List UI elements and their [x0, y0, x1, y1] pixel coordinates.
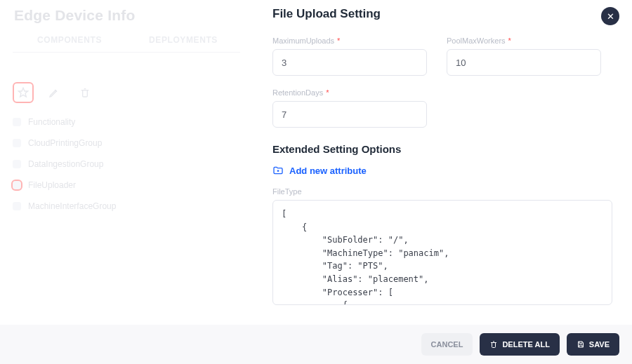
edit-icon-box[interactable]: [44, 82, 65, 103]
delete-all-button[interactable]: DELETE ALL: [480, 333, 559, 356]
button-label: SAVE: [589, 340, 610, 349]
checkbox-icon[interactable]: [13, 202, 21, 210]
add-attribute-label: Add new attribute: [289, 166, 367, 176]
list-item[interactable]: DataIngestionGroup: [13, 154, 240, 175]
save-icon: [577, 340, 585, 349]
list-item[interactable]: CloudPrintingGroup: [13, 133, 240, 154]
extended-options-heading: Extended Setting Options: [272, 143, 612, 155]
form: MaximumUploads* PoolMaxWorkers* Retentio…: [272, 36, 612, 128]
list-item-label: FileUploader: [28, 180, 76, 190]
left-panel: Edge Device Info COMPONENTS DEPLOYMENTS …: [0, 0, 253, 364]
label-text: RetentionDays: [272, 88, 323, 97]
field-maximum-uploads: MaximumUploads*: [272, 36, 427, 76]
required-icon: *: [508, 36, 511, 45]
list-item-label: DataIngestionGroup: [28, 159, 103, 169]
button-label: DELETE ALL: [502, 340, 549, 349]
pool-max-workers-input[interactable]: [447, 49, 601, 76]
checkbox-icon[interactable]: [13, 181, 21, 189]
delete-icon-box[interactable]: [74, 82, 96, 103]
checkbox-icon[interactable]: [13, 139, 21, 147]
app-root: Edge Device Info COMPONENTS DEPLOYMENTS …: [0, 0, 632, 364]
filetype-textarea[interactable]: [ { "SubFolder": "/", "MachineType": "pa…: [272, 200, 612, 305]
field-pool-max-workers: PoolMaxWorkers*: [447, 36, 601, 76]
tabs: COMPONENTS DEPLOYMENTS: [13, 31, 240, 53]
close-icon: ✕: [607, 11, 614, 22]
add-attribute-button[interactable]: Add new attribute: [272, 165, 612, 176]
checkbox-icon[interactable]: [13, 160, 21, 168]
required-icon: *: [326, 88, 329, 97]
cancel-button[interactable]: CANCEL: [421, 333, 473, 356]
panel-title: File Upload Setting: [272, 7, 612, 21]
settings-panel: ✕ File Upload Setting MaximumUploads* Po…: [253, 0, 632, 364]
list-item-label: CloudPrintingGroup: [28, 138, 102, 148]
list-item[interactable]: MachineInterfaceGroup: [13, 196, 240, 217]
field-retention-days: RetentionDays*: [272, 88, 427, 128]
maximum-uploads-input[interactable]: [272, 49, 427, 76]
checkbox-icon[interactable]: [13, 118, 21, 126]
trash-icon: [489, 340, 498, 349]
star-icon: [18, 87, 29, 98]
tab-deployments[interactable]: DEPLOYMENTS: [126, 31, 240, 52]
tab-components[interactable]: COMPONENTS: [13, 31, 126, 52]
component-list: Functionality CloudPrintingGroup DataIng…: [13, 112, 240, 217]
label-text: PoolMaxWorkers: [447, 36, 506, 45]
label-text: MaximumUploads: [272, 36, 334, 45]
list-item-label: MachineInterfaceGroup: [28, 201, 116, 211]
pencil-icon: [48, 87, 60, 98]
svg-marker-0: [18, 88, 27, 97]
toolbar: [13, 82, 240, 103]
retention-days-input[interactable]: [272, 101, 427, 128]
filetype-label: FileType: [272, 187, 612, 196]
field-label: PoolMaxWorkers*: [447, 36, 601, 45]
required-icon: *: [337, 36, 340, 45]
page-title: Edge Device Info: [14, 7, 240, 24]
folder-plus-icon: [272, 165, 284, 176]
trash-icon: [79, 87, 91, 98]
field-label: RetentionDays*: [272, 88, 427, 97]
close-button[interactable]: ✕: [601, 7, 619, 25]
footer: CANCEL DELETE ALL SAVE: [0, 325, 632, 364]
field-label: MaximumUploads*: [272, 36, 427, 45]
list-item[interactable]: FileUploader: [13, 175, 240, 196]
star-icon-box[interactable]: [13, 82, 34, 103]
list-item[interactable]: Functionality: [13, 112, 240, 133]
save-button[interactable]: SAVE: [567, 333, 619, 356]
button-label: CANCEL: [431, 340, 463, 349]
list-item-label: Functionality: [28, 117, 75, 127]
